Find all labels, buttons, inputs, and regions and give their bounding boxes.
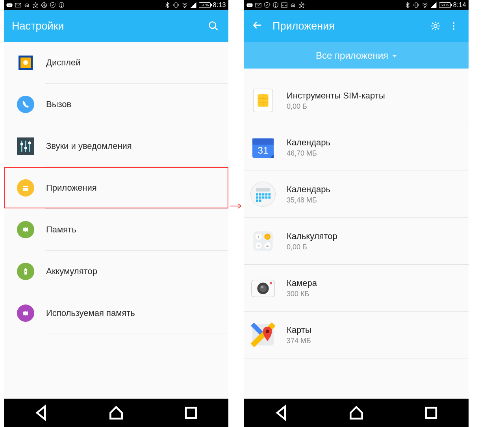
shield-check-icon xyxy=(264,2,270,8)
battery-icon xyxy=(17,263,34,280)
camera-icon xyxy=(249,274,277,302)
svg-point-57 xyxy=(293,5,295,7)
svg-text:+: + xyxy=(257,234,260,239)
wifi-icon xyxy=(422,2,428,8)
svg-point-1 xyxy=(8,5,9,6)
app-size: 46,70 МБ xyxy=(287,149,330,158)
search-button[interactable] xyxy=(206,19,220,33)
svg-rect-105 xyxy=(426,408,436,418)
overflow-button[interactable] xyxy=(447,19,461,33)
app-name: Календарь xyxy=(287,184,330,195)
app-row-maps[interactable]: Карты374 МБ xyxy=(244,312,469,358)
svg-rect-11 xyxy=(175,3,177,7)
svg-point-65 xyxy=(453,25,454,27)
app-size: 300 КБ xyxy=(287,290,317,298)
svg-point-66 xyxy=(453,28,454,30)
calendar-icon xyxy=(249,180,277,208)
svg-point-14 xyxy=(184,7,185,8)
nav-recent[interactable] xyxy=(422,404,440,421)
signal-icon xyxy=(430,2,437,8)
app-size: 0,00 Б xyxy=(287,243,337,251)
svg-point-56 xyxy=(291,5,293,7)
app-row-sony-calendar[interactable]: Календарь35,48 МБ xyxy=(244,171,469,217)
nav-bar xyxy=(4,399,228,427)
svg-point-3 xyxy=(10,5,11,6)
display-icon xyxy=(17,54,34,71)
svg-point-49 xyxy=(248,5,249,6)
phone-icon xyxy=(17,96,34,113)
gear-icon xyxy=(430,21,441,31)
settings-item-memory[interactable]: Используемая память xyxy=(4,292,228,334)
signal-icon xyxy=(190,2,196,8)
google-maps-icon xyxy=(249,321,277,349)
settings-item-storage[interactable]: Память xyxy=(4,209,228,250)
back-button[interactable] xyxy=(252,20,263,32)
phone-settings: 51 % 8:13 Настройки Дисплей xyxy=(4,0,228,427)
page-title: Приложения xyxy=(272,20,335,32)
svg-rect-89 xyxy=(253,231,273,251)
app-size: 0,00 Б xyxy=(287,102,385,111)
search-icon xyxy=(208,20,219,32)
clock: 8:13 xyxy=(213,2,226,9)
filter-label: Все приложения xyxy=(316,50,388,61)
svg-point-10 xyxy=(61,6,62,7)
shield-alert-icon xyxy=(272,2,279,8)
app-row-google-calendar[interactable]: 31 Календарь46,70 МБ xyxy=(244,124,469,171)
svg-point-54 xyxy=(275,6,276,7)
filter-dropdown[interactable]: Все приложения xyxy=(244,42,469,69)
settings-item-label: Аккумулятор xyxy=(46,266,228,277)
svg-rect-88 xyxy=(259,200,261,202)
sim-card-icon xyxy=(249,86,277,115)
svg-rect-28 xyxy=(23,188,28,191)
equalizer-icon xyxy=(17,137,34,155)
svg-rect-37 xyxy=(25,268,26,269)
apps-icon xyxy=(17,179,34,197)
svg-rect-39 xyxy=(23,312,28,315)
svg-text:=: = xyxy=(266,243,269,248)
nav-back[interactable] xyxy=(273,404,290,421)
svg-point-102 xyxy=(270,282,272,284)
settings-item-battery[interactable]: Аккумулятор xyxy=(4,251,228,292)
svg-rect-59 xyxy=(415,3,417,7)
settings-item-label: Память xyxy=(46,225,228,235)
wifi-icon xyxy=(182,2,188,8)
google-calendar-icon: 31 xyxy=(249,133,277,162)
svg-rect-76 xyxy=(256,188,270,191)
settings-button[interactable] xyxy=(428,19,443,33)
svg-point-15 xyxy=(209,22,216,28)
app-name: Календарь xyxy=(287,137,330,148)
calculator-icon: +c×= xyxy=(249,227,277,255)
transition-arrow xyxy=(230,202,242,210)
settings-item-calls[interactable]: Вызов xyxy=(4,84,228,125)
app-name: Калькулятор xyxy=(287,231,337,241)
gmail-icon xyxy=(15,2,21,8)
nav-home[interactable] xyxy=(348,404,365,421)
settings-item-display[interactable]: Дисплей xyxy=(4,42,228,83)
bluetooth-icon xyxy=(164,2,170,8)
app-name: Камера xyxy=(287,278,317,288)
settings-item-apps[interactable]: Приложения xyxy=(4,167,228,208)
nav-home[interactable] xyxy=(107,404,125,421)
image-icon xyxy=(281,2,287,8)
svg-rect-73 xyxy=(252,139,274,145)
app-row-sim-tools[interactable]: Инструменты SIM-карты0,00 Б xyxy=(244,77,469,124)
appbar-settings: Настройки xyxy=(4,10,228,42)
app-row-calculator[interactable]: +c×= Калькулятор0,00 Б xyxy=(244,218,469,264)
incognito-icon xyxy=(24,2,30,8)
svg-rect-81 xyxy=(269,193,271,196)
svg-point-51 xyxy=(250,5,252,6)
nav-recent[interactable] xyxy=(182,404,200,421)
clock: 8:14 xyxy=(453,2,466,9)
settings-item-label: Звуки и уведомления xyxy=(46,141,228,151)
svg-rect-29 xyxy=(23,228,28,231)
svg-rect-25 xyxy=(24,147,27,149)
bluetooth-icon xyxy=(404,2,411,8)
settings-item-sounds[interactable]: Звуки и уведомления xyxy=(4,125,228,167)
nav-back[interactable] xyxy=(33,404,50,421)
svg-rect-82 xyxy=(256,197,258,199)
svg-rect-55 xyxy=(282,3,287,7)
app-row-camera[interactable]: Камера300 КБ xyxy=(244,265,469,311)
more-icon xyxy=(6,2,13,8)
vibrate-icon xyxy=(173,2,179,8)
svg-rect-38 xyxy=(25,271,26,272)
